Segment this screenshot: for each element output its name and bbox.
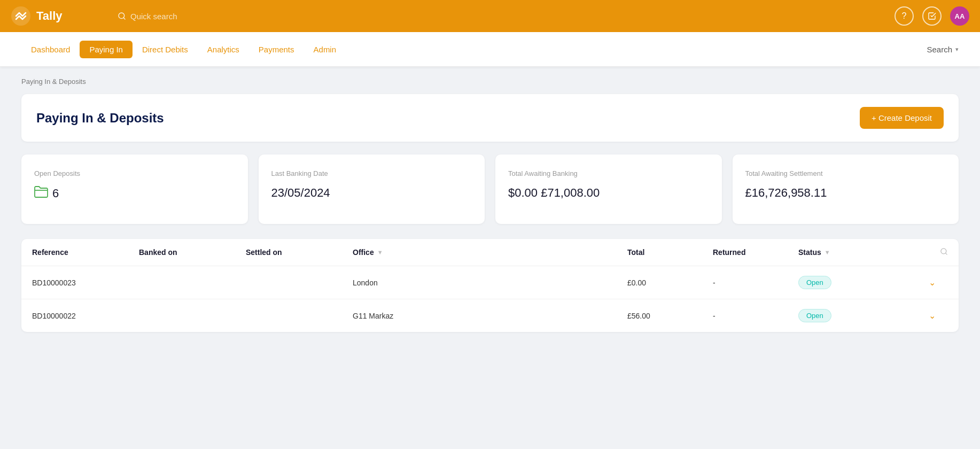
folder-open-icon	[34, 186, 48, 201]
help-icon: ?	[902, 11, 907, 21]
nav-search[interactable]: Search ▾	[927, 45, 959, 54]
cell-expand-1[interactable]: ⌄	[916, 311, 948, 321]
status-badge-open: Open	[798, 309, 831, 322]
tally-logo-icon	[11, 6, 31, 26]
nav-item-dashboard[interactable]: Dashboard	[21, 41, 80, 58]
secondary-navigation: Dashboard Paying In Direct Debits Analyt…	[0, 32, 980, 67]
stat-label-total-awaiting-banking: Total Awaiting Banking	[508, 169, 709, 177]
tasks-icon	[928, 12, 936, 20]
nav-item-payments[interactable]: Payments	[249, 41, 304, 58]
quick-search-bar[interactable]: Quick search	[118, 12, 884, 21]
table-row: BD10000022 G11 Markaz £56.00 - Open ⌄	[21, 299, 959, 332]
breadcrumb: Paying In & Deposits	[21, 78, 959, 86]
user-avatar[interactable]: AA	[950, 6, 969, 26]
svg-line-4	[945, 253, 947, 254]
cell-reference-1[interactable]: BD10000022	[32, 312, 139, 320]
col-header-actions	[916, 247, 948, 257]
tasks-button[interactable]	[922, 6, 942, 26]
stat-value-open-deposits: 6	[34, 186, 235, 201]
stat-number-open-deposits: 6	[52, 187, 59, 200]
stat-value-last-banking-date: 23/05/2024	[271, 186, 472, 200]
nav-items: Dashboard Paying In Direct Debits Analyt…	[21, 41, 927, 58]
cell-returned-0: -	[713, 278, 798, 287]
search-icon	[118, 12, 126, 20]
nav-item-direct-debits[interactable]: Direct Debits	[133, 41, 198, 58]
expand-row-icon-1[interactable]: ⌄	[929, 311, 936, 321]
table-search-icon[interactable]	[940, 247, 948, 257]
table-header: Reference Banked on Settled on Office ▼ …	[21, 239, 959, 266]
cell-total-0: £0.00	[627, 278, 713, 287]
top-nav-right: ? AA	[895, 6, 969, 26]
stat-label-open-deposits: Open Deposits	[34, 169, 235, 177]
quick-search-label: Quick search	[130, 12, 177, 21]
help-button[interactable]: ?	[895, 6, 914, 26]
app-name: Tally	[36, 9, 63, 23]
logo-area: Tally	[11, 6, 107, 26]
avatar-initials: AA	[955, 12, 965, 20]
page-content: Paying In & Deposits Paying In & Deposit…	[0, 67, 980, 343]
col-header-banked-on: Banked on	[139, 248, 246, 257]
main-card: Paying In & Deposits + Create Deposit	[21, 94, 959, 142]
cell-returned-1: -	[713, 312, 798, 320]
cell-status-0: Open	[798, 276, 916, 289]
table-body: BD10000023 London £0.00 - Open ⌄ BD10000…	[21, 266, 959, 332]
svg-line-2	[123, 18, 125, 19]
top-navigation: Tally Quick search ? AA	[0, 0, 980, 32]
deposits-table: Reference Banked on Settled on Office ▼ …	[21, 239, 959, 332]
stat-card-open-deposits: Open Deposits 6	[21, 154, 248, 224]
stat-value-total-awaiting-settlement: £16,726,958.11	[745, 186, 946, 200]
stat-label-last-banking-date: Last Banking Date	[271, 169, 472, 177]
status-filter-icon[interactable]: ▼	[825, 249, 830, 256]
stat-label-total-awaiting-settlement: Total Awaiting Settlement	[745, 169, 946, 177]
table-row: BD10000023 London £0.00 - Open ⌄	[21, 266, 959, 299]
col-header-settled-on: Settled on	[246, 248, 353, 257]
stats-row: Open Deposits 6 Last Banking Date 23/05/…	[21, 154, 959, 224]
expand-row-icon-0[interactable]: ⌄	[929, 277, 936, 288]
col-header-status: Status ▼	[798, 248, 916, 257]
cell-expand-0[interactable]: ⌄	[916, 277, 948, 288]
status-badge-open: Open	[798, 276, 831, 289]
cell-total-1: £56.00	[627, 312, 713, 320]
cell-status-1: Open	[798, 309, 916, 322]
stat-card-total-awaiting-settlement: Total Awaiting Settlement £16,726,958.11	[733, 154, 959, 224]
col-header-reference: Reference	[32, 248, 139, 257]
office-filter-icon[interactable]: ▼	[377, 249, 383, 256]
nav-item-paying-in[interactable]: Paying In	[80, 41, 133, 58]
cell-office-0: London	[353, 278, 627, 287]
nav-item-analytics[interactable]: Analytics	[198, 41, 249, 58]
create-deposit-button[interactable]: + Create Deposit	[860, 107, 944, 129]
nav-item-admin[interactable]: Admin	[304, 41, 346, 58]
col-header-office: Office ▼	[353, 248, 627, 257]
cell-reference-0[interactable]: BD10000023	[32, 278, 139, 287]
stat-card-total-awaiting-banking: Total Awaiting Banking $0.00 £71,008.00	[495, 154, 722, 224]
col-header-returned: Returned	[713, 248, 798, 257]
col-header-total: Total	[627, 248, 713, 257]
page-title: Paying In & Deposits	[36, 111, 164, 126]
nav-search-label: Search	[927, 45, 952, 54]
cell-office-1: G11 Markaz	[353, 312, 627, 320]
stat-card-last-banking-date: Last Banking Date 23/05/2024	[259, 154, 485, 224]
svg-point-0	[11, 6, 30, 26]
chevron-down-icon: ▾	[955, 46, 959, 53]
stat-value-total-awaiting-banking: $0.00 £71,008.00	[508, 186, 709, 200]
